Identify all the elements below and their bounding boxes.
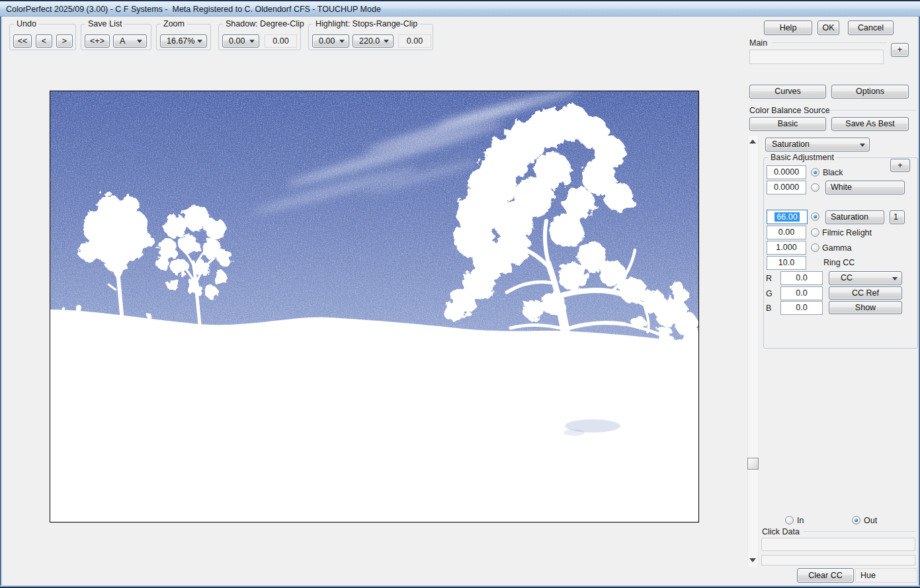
photo-canvas[interactable]	[50, 91, 699, 523]
blue-label: B	[766, 304, 771, 313]
clear-cc-button[interactable]: Clear CC	[797, 568, 854, 583]
click-data-label: Click Data	[762, 527, 800, 536]
shadow-degree-value: 0.00	[229, 36, 245, 46]
saturation-index-button[interactable]: 1	[890, 210, 905, 224]
gamma-radio[interactable]	[811, 243, 819, 252]
options-button[interactable]: Options	[831, 85, 909, 99]
save-list-slot-select[interactable]: A	[113, 34, 147, 48]
blue-value-field[interactable]: 0.0	[780, 301, 823, 315]
title-bar[interactable]: ColorPerfect 2025/09 (3.00) - C F System…	[0, 0, 920, 17]
window-title: ColorPerfect 2025/09 (3.00) - C F System…	[6, 5, 381, 14]
adjustment-add-button[interactable]: +	[890, 159, 910, 172]
chevron-down-icon	[860, 144, 865, 147]
click-data-divider	[804, 531, 915, 532]
hue-field: Hue	[855, 568, 917, 583]
main-add-button[interactable]: +	[891, 43, 909, 57]
highlight-stops-value: 0.00	[319, 36, 335, 46]
scroll-thumb[interactable]	[747, 458, 759, 470]
main-label: Main	[749, 38, 767, 48]
chevron-down-icon	[384, 40, 389, 43]
chevron-down-icon	[197, 40, 202, 43]
cc-ref-button[interactable]: CC Ref	[829, 286, 902, 300]
basic-button[interactable]: Basic	[749, 117, 826, 131]
shadow-degree-select[interactable]: 0.00	[222, 34, 259, 48]
saturation-radio[interactable]	[811, 212, 819, 221]
out-label: Out	[864, 516, 877, 525]
red-label: R	[766, 274, 772, 283]
save-as-best-button[interactable]: Save As Best	[831, 117, 909, 131]
undo-group-label: Undo	[14, 19, 39, 28]
highlight-range-select[interactable]: 220.0	[353, 34, 394, 48]
undo-all-button[interactable]: <<	[13, 34, 32, 48]
cancel-button[interactable]: Cancel	[848, 21, 894, 35]
help-button[interactable]: Help	[764, 21, 812, 35]
gamma-value-field[interactable]: 1.000	[767, 241, 806, 255]
zoom-select[interactable]: 16.67%	[160, 34, 207, 48]
saturation-value-field[interactable]: 66.00	[767, 210, 808, 224]
filmic-relight-label: Filmic Relight	[822, 228, 872, 237]
window-frame-left	[0, 17, 2, 586]
cc-value: CC	[841, 273, 853, 282]
saturation-button[interactable]: Saturation	[825, 210, 884, 224]
scroll-up-icon[interactable]	[749, 140, 756, 144]
application-window: ColorPerfect 2025/09 (3.00) - C F System…	[0, 0, 920, 588]
filmic-relight-radio[interactable]	[811, 228, 819, 237]
main-divider	[773, 42, 886, 43]
save-list-add-button[interactable]: <+>	[85, 34, 110, 48]
ok-button[interactable]: OK	[817, 21, 839, 35]
chevron-down-icon	[892, 277, 898, 280]
window-frame-bottom	[0, 585, 920, 588]
highlight-stops-select[interactable]: 0.00	[312, 34, 349, 48]
zoom-value: 16.67%	[167, 36, 194, 46]
ring-cc-value-field[interactable]: 10.0	[767, 256, 806, 270]
radio-dot-icon	[855, 519, 858, 522]
green-label: G	[766, 289, 773, 298]
basic-adjustment-label: Basic Adjustment	[768, 153, 837, 162]
save-list-group-label: Save List	[85, 19, 124, 28]
click-data-field-1[interactable]	[761, 538, 915, 551]
main-name-field[interactable]	[749, 50, 884, 64]
panel-scrollbar[interactable]	[747, 136, 759, 567]
zoom-group-label: Zoom	[161, 19, 187, 28]
selected-text: 66.00	[774, 212, 799, 222]
show-button[interactable]: Show	[829, 301, 902, 314]
radio-dot-icon	[814, 215, 817, 218]
black-radio[interactable]	[811, 168, 819, 177]
in-radio[interactable]	[785, 516, 794, 525]
radio-dot-icon	[814, 171, 817, 174]
negative-photo-image	[50, 91, 698, 522]
color-balance-source-label: Color Balance Source	[749, 106, 830, 115]
click-data-field-2[interactable]	[761, 555, 915, 566]
white-button[interactable]: White	[825, 181, 905, 194]
chevron-down-icon	[137, 40, 142, 43]
filmic-value-field[interactable]: 0.00	[767, 226, 806, 239]
black-value-field[interactable]: 0.0000	[767, 165, 806, 179]
gamma-label: Gamma	[822, 243, 851, 253]
white-value-field[interactable]: 0.0000	[767, 181, 806, 194]
save-list-slot-value: A	[120, 36, 125, 46]
chevron-down-icon	[249, 40, 255, 43]
color-balance-divider	[829, 110, 917, 110]
highlight-group-label: Highlight: Stops-Range-Clip	[313, 19, 420, 28]
scroll-down-icon[interactable]	[749, 558, 756, 562]
adjustment-mode-value: Saturation	[772, 140, 810, 149]
green-value-field[interactable]: 0.0	[780, 286, 823, 300]
undo-button[interactable]: <	[36, 34, 52, 48]
shadow-group-label: Shadow: Degree-Clip	[223, 19, 307, 28]
adjustment-mode-select[interactable]: Saturation	[765, 138, 870, 151]
highlight-clip-field: 0.00	[398, 34, 431, 48]
white-radio[interactable]	[811, 183, 819, 192]
red-value-field[interactable]: 0.0	[780, 271, 823, 285]
cc-select[interactable]: CC	[829, 271, 902, 285]
ring-cc-label: Ring CC	[823, 258, 855, 267]
curves-button[interactable]: Curves	[749, 85, 826, 99]
chevron-down-icon	[339, 40, 345, 43]
black-label: Black	[823, 168, 843, 177]
shadow-clip-field: 0.00	[265, 34, 297, 48]
highlight-range-value: 220.0	[359, 36, 380, 46]
redo-button[interactable]: >	[56, 34, 73, 48]
out-radio[interactable]	[852, 516, 860, 525]
in-label: In	[797, 516, 804, 525]
